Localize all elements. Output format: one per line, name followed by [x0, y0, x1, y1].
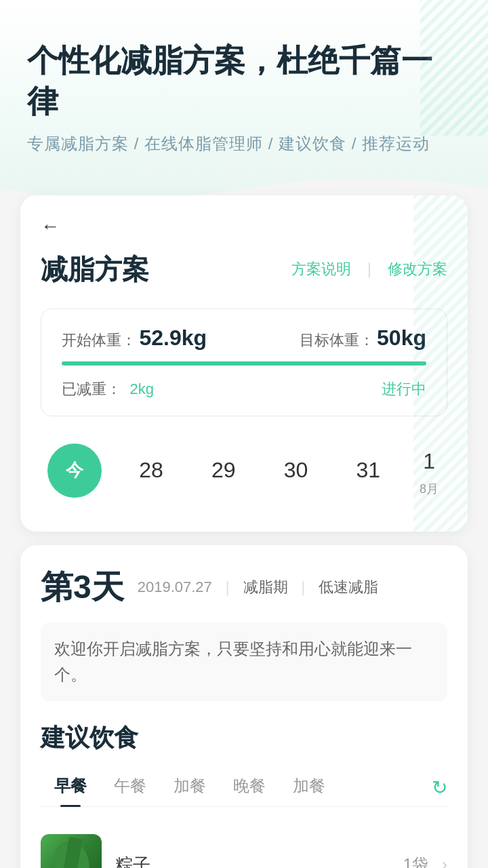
action-divider: ｜	[362, 259, 377, 279]
weight-lost-value: 2kg	[129, 380, 153, 397]
day-number: 第3天	[41, 566, 124, 609]
date-1-month: 8月	[420, 481, 439, 497]
weight-box: 开始体重： 52.9kg 目标体重： 50kg 已减重： 2kg 进行中	[41, 309, 447, 416]
start-weight-value: 52.9kg	[139, 326, 207, 350]
day-description: 欢迎你开启减脂方案，只要坚持和用心就能迎来一个。	[41, 623, 447, 702]
weight-lost: 已减重： 2kg	[62, 379, 154, 399]
stripe-decoration	[420, 0, 488, 136]
day-divider-1: |	[226, 578, 230, 596]
day-section: 第3天 2019.07.27 | 减脂期 | 低速减脂 欢迎你开启减脂方案，只要…	[20, 545, 468, 868]
food-quantity: 1袋	[403, 854, 428, 868]
tab-snack1[interactable]: 加餐	[160, 768, 220, 806]
weight-progress-bar	[62, 361, 426, 366]
day-tag-type: 低速减脂	[319, 577, 378, 597]
modify-button[interactable]: 修改方案	[388, 259, 447, 279]
target-weight: 目标体重： 50kg	[300, 326, 426, 351]
food-image	[41, 834, 102, 868]
back-button[interactable]: ←	[41, 216, 60, 237]
date-1[interactable]: 1 8月	[418, 443, 441, 497]
food-name: 粽子	[115, 853, 390, 868]
tab-dinner[interactable]: 晚餐	[220, 768, 279, 806]
header-subtitle: 专属减脂方案 / 在线体脂管理师 / 建议饮食 / 推荐运动	[27, 133, 461, 155]
date-today[interactable]: 今	[47, 443, 102, 498]
day-date: 2019.07.27	[138, 578, 212, 596]
card-header: 减脂方案 方案说明 ｜ 修改方案	[41, 251, 447, 288]
date-today-label: 今	[66, 458, 83, 482]
date-28-num: 28	[128, 447, 174, 494]
tab-lunch[interactable]: 午餐	[100, 768, 160, 806]
day-tag-period: 减脂期	[243, 577, 288, 597]
weight-row: 开始体重： 52.9kg 目标体重： 50kg	[62, 326, 426, 351]
date-29[interactable]: 29	[201, 447, 247, 494]
card-actions: 方案说明 ｜ 修改方案	[291, 259, 447, 279]
day-meta: 2019.07.27 | 减脂期 | 低速减脂	[138, 577, 379, 597]
food-item-zongzi[interactable]: 粽子 1袋 ›	[41, 823, 447, 868]
food-arrow-icon: ›	[442, 855, 447, 868]
date-1-num: 1	[418, 443, 441, 479]
date-29-num: 29	[201, 447, 247, 494]
explain-button[interactable]: 方案说明	[291, 259, 351, 279]
day-divider-2: |	[302, 578, 306, 596]
start-weight: 开始体重： 52.9kg	[62, 326, 207, 351]
weight-lost-label: 已减重：	[62, 380, 121, 397]
day-header: 第3天 2019.07.27 | 减脂期 | 低速减脂	[41, 566, 447, 609]
header-title: 个性化减脂方案，杜绝千篇一律	[27, 41, 461, 122]
diet-section-title: 建议饮食	[41, 722, 447, 755]
date-31[interactable]: 31	[345, 447, 391, 494]
date-28[interactable]: 28	[128, 447, 174, 494]
weight-bottom: 已减重： 2kg 进行中	[62, 379, 426, 399]
target-weight-label: 目标体重：	[300, 332, 374, 349]
tab-snack2[interactable]: 加餐	[279, 768, 339, 806]
refresh-icon[interactable]: ↻	[432, 776, 447, 799]
food-image-inner	[41, 834, 102, 868]
plan-card: ← 减脂方案 方案说明 ｜ 修改方案 开始体重： 52.9kg 目标体重： 50…	[20, 195, 468, 532]
date-30-num: 30	[273, 447, 319, 494]
date-row: 今 28 29 30 31 1 8月	[41, 430, 447, 511]
date-30[interactable]: 30	[273, 447, 319, 494]
date-31-num: 31	[345, 447, 391, 494]
meal-tabs: 早餐 午餐 加餐 晚餐 加餐 ↻	[41, 768, 447, 807]
start-weight-label: 开始体重：	[62, 332, 136, 349]
date-circle-today: 今	[47, 443, 102, 498]
tab-breakfast[interactable]: 早餐	[41, 768, 100, 806]
card-title: 减脂方案	[41, 251, 149, 288]
header-section: 个性化减脂方案，杜绝千篇一律 专属减脂方案 / 在线体脂管理师 / 建议饮食 /…	[0, 0, 488, 209]
target-weight-value: 50kg	[377, 326, 426, 350]
status-badge: 进行中	[382, 379, 426, 399]
